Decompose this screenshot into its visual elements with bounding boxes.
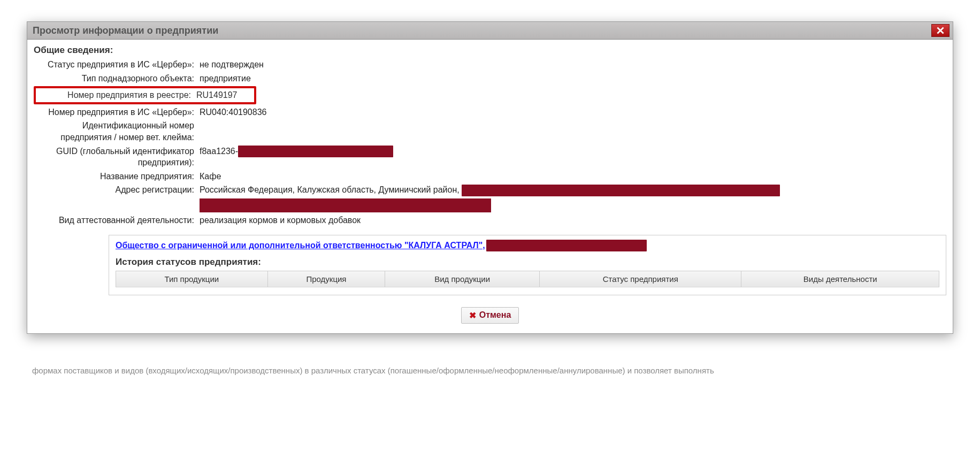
label-enterprise-name: Название предприятия: [34, 171, 200, 182]
value-object-type: предприятие [200, 73, 946, 85]
row-activity-type: Вид аттестованной деятельности: реализац… [34, 215, 946, 226]
col-product: Продукция [267, 271, 385, 287]
label-guid: GUID (глобальный идентификатор предприят… [34, 146, 200, 169]
value-cerber-number: RU040:40190836 [200, 106, 946, 118]
redaction-company [486, 240, 647, 251]
row-registry-number-highlighted: Номер предприятия в реестре: RU149197 [34, 86, 256, 104]
company-history-panel: Общество с ограниченной или дополнительн… [109, 235, 946, 295]
value-status: не подтвержден [200, 59, 946, 71]
company-row: Общество с ограниченной или дополнительн… [116, 240, 939, 251]
label-status: Статус предприятия в ИС «Цербер»: [34, 59, 200, 71]
col-enterprise-status: Статус предприятия [540, 271, 741, 287]
label-activity-type: Вид аттестованной деятельности: [34, 215, 200, 226]
row-status: Статус предприятия в ИС «Цербер»: не под… [34, 59, 946, 71]
close-button[interactable] [931, 24, 950, 37]
history-title: История статусов предприятия: [116, 257, 939, 267]
row-guid: GUID (глобальный идентификатор предприят… [34, 146, 946, 169]
history-header-row: Тип продукции Продукция Вид продукции Ст… [116, 271, 939, 287]
company-link[interactable]: Общество с ограниченной или дополнительн… [116, 241, 485, 250]
address-visible-part: Российская Федерация, Калужская область,… [200, 185, 460, 194]
guid-visible-part: f8aa1236- [200, 147, 238, 156]
close-icon [937, 27, 944, 34]
cancel-button[interactable]: ✖ Отмена [461, 307, 519, 324]
dialog-footer: ✖ Отмена [34, 307, 946, 324]
value-activity-type: реализация кормов и кормовых добавок [200, 215, 946, 226]
col-activity-kinds: Виды деятельности [741, 271, 939, 287]
label-object-type: Тип поднадзорного объекта: [34, 73, 200, 85]
value-registration-address: Российская Федерация, Калужская область,… [200, 184, 946, 212]
dialog-title-bar: Просмотр информации о предприятии [27, 22, 953, 40]
value-registry-number: RU149197 [196, 89, 253, 101]
col-product-type: Тип продукции [116, 271, 268, 287]
label-registration-address: Адрес регистрации: [34, 184, 200, 196]
history-table: Тип продукции Продукция Вид продукции Ст… [116, 271, 939, 287]
row-object-type: Тип поднадзорного объекта: предприятие [34, 73, 946, 85]
redaction-guid [238, 146, 393, 157]
dialog-body: Общие сведения: Статус предприятия в ИС … [27, 40, 953, 333]
dialog-title: Просмотр информации о предприятии [33, 25, 218, 36]
value-guid: f8aa1236- [200, 146, 946, 158]
row-cerber-number: Номер предприятия в ИС «Цербер»: RU040:4… [34, 106, 946, 118]
label-cerber-number: Номер предприятия в ИС «Цербер»: [34, 106, 200, 118]
col-product-kind: Вид продукции [385, 271, 540, 287]
row-registration-address: Адрес регистрации: Российская Федерация,… [34, 184, 946, 212]
row-enterprise-name: Название предприятия: Кафе [34, 171, 946, 182]
value-enterprise-name: Кафе [200, 171, 946, 182]
redaction-address-2 [200, 198, 491, 212]
redaction-address-1 [462, 185, 780, 196]
label-id-number: Идентификационный номер предприятия / но… [34, 120, 200, 143]
cancel-button-label: Отмена [479, 310, 511, 320]
enterprise-info-dialog: Просмотр информации о предприятии Общие … [27, 21, 953, 334]
section-title-general: Общие сведения: [34, 45, 946, 56]
label-registry-number: Номер предприятия в реестре: [37, 89, 196, 101]
row-id-number: Идентификационный номер предприятия / но… [34, 120, 946, 143]
cancel-x-icon: ✖ [469, 310, 476, 320]
